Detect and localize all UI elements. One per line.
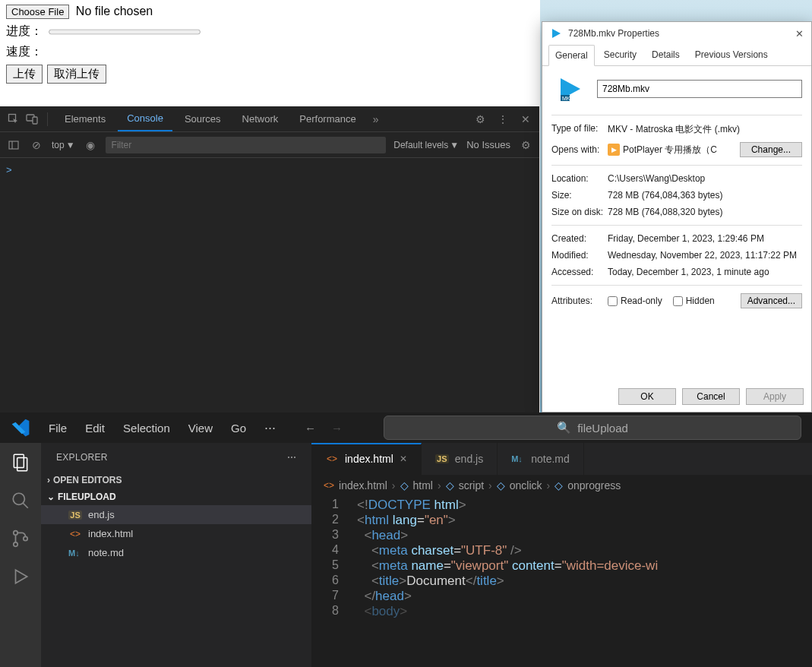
sidebar-toggle-icon[interactable] [6, 138, 21, 153]
menu-go[interactable]: Go [231, 422, 246, 435]
symbol-icon: ◇ [554, 479, 563, 492]
cancel-button[interactable]: Cancel [682, 388, 740, 405]
devtools-tab-network[interactable]: Network [233, 107, 288, 131]
cancel-upload-button[interactable]: 取消上传 [47, 65, 106, 84]
tree-item-index.html[interactable]: <>index.html [41, 524, 311, 543]
upload-button[interactable]: 上传 [6, 65, 43, 84]
svg-rect-2 [33, 117, 37, 124]
editor-tab-note.md[interactable]: M↓note.md [498, 443, 584, 475]
file-icon: M↓ [68, 548, 82, 558]
ok-button[interactable]: OK [618, 388, 676, 405]
menu-edit[interactable]: Edit [85, 422, 105, 435]
hidden-checkbox[interactable]: Hidden [673, 296, 715, 306]
devtools-tab-sources[interactable]: Sources [175, 107, 230, 131]
advanced-button[interactable]: Advanced... [741, 293, 802, 308]
code-line: 4 <meta charset="UTF-8" /> [311, 543, 812, 558]
folder-section[interactable]: ⌄FILEUPLOAD [41, 488, 311, 505]
console-output[interactable]: > [0, 158, 539, 182]
device-icon[interactable] [24, 112, 39, 127]
nav-forward-icon[interactable]: → [331, 422, 343, 435]
no-file-label: No file chosen [76, 5, 153, 17]
editor-tab-index.html[interactable]: <>index.html✕ [311, 443, 422, 475]
file-icon: JS [68, 511, 82, 520]
console-filter-input[interactable] [106, 137, 387, 153]
explorer-title: EXPLORER [56, 452, 108, 463]
open-editors-section[interactable]: ›OPEN EDITORS [41, 472, 311, 488]
menu-more-icon[interactable]: ⋯ [264, 421, 276, 435]
symbol-icon: ◇ [497, 479, 505, 492]
devtools-tab-console[interactable]: Console [118, 106, 172, 131]
mkv-icon [550, 27, 562, 40]
explorer-more-icon[interactable]: ⋯ [287, 452, 296, 463]
clear-console-icon[interactable]: ⊘ [29, 138, 44, 153]
menu-selection[interactable]: Selection [123, 422, 170, 435]
properties-dialog: 728Mb.mkv Properties ✕ General Security … [542, 21, 812, 413]
code-line: 7 </head> [311, 589, 812, 604]
accessed-value: Today, December 1, 2023, 1 minute ago [608, 267, 769, 277]
code-editor[interactable]: 1<!DOCTYPE html>2<html lang="en">3 <head… [311, 496, 812, 667]
editor-tab-end.js[interactable]: JSend.js [422, 443, 498, 475]
accessed-label: Accessed: [551, 267, 608, 277]
filename-input[interactable] [597, 80, 802, 98]
command-center[interactable]: 🔍fileUpload [384, 416, 801, 440]
html-file-icon: <> [324, 480, 334, 491]
readonly-checkbox[interactable]: Read-only [608, 296, 662, 306]
menu-file[interactable]: File [49, 422, 67, 435]
change-button[interactable]: Change... [740, 142, 802, 157]
more-tabs-icon[interactable]: » [368, 112, 384, 127]
file-name: end.js [88, 509, 115, 520]
tree-item-note.md[interactable]: M↓note.md [41, 543, 311, 562]
tab-security[interactable]: Security [598, 45, 643, 65]
settings-icon[interactable]: ⚙ [472, 112, 488, 127]
created-value: Friday, December 1, 2023, 1:29:46 PM [608, 233, 764, 244]
explorer-sidebar: EXPLORER⋯ ›OPEN EDITORS ⌄FILEUPLOAD JSen… [41, 443, 311, 667]
vscode-window: File Edit Selection View Go ⋯ ← → 🔍fileU… [0, 413, 812, 667]
nav-back-icon[interactable]: ← [305, 422, 316, 435]
search-activity-icon[interactable] [10, 490, 31, 511]
apply-button[interactable]: Apply [746, 388, 804, 405]
source-control-icon[interactable] [10, 528, 31, 549]
choose-file-button[interactable]: Choose File [6, 5, 69, 19]
close-icon[interactable]: ✕ [518, 112, 533, 127]
size-on-disk-label: Size on disk: [551, 207, 608, 217]
levels-selector[interactable]: Default levels ▼ [393, 140, 459, 150]
svg-point-15 [24, 536, 27, 540]
close-icon[interactable]: ✕ [795, 28, 804, 40]
devtools-tab-performance[interactable]: Performance [290, 107, 365, 131]
explorer-icon[interactable] [10, 452, 31, 473]
type-label: Type of file: [551, 123, 608, 136]
code-line: 3 <head> [311, 528, 812, 543]
type-value: MKV - Matroska 电影文件 (.mkv) [608, 123, 740, 136]
devtools-tab-elements[interactable]: Elements [55, 107, 115, 131]
breadcrumb[interactable]: <>index.html› ◇html› ◇script› ◇onclick› … [311, 475, 812, 496]
file-icon: JS [435, 454, 449, 463]
menu-bar: File Edit Selection View Go ⋯ ← → 🔍fileU… [0, 413, 812, 443]
code-line: 5 <meta name="viewport" content="width=d… [311, 558, 812, 574]
context-selector[interactable]: top ▼ [52, 140, 75, 150]
svg-marker-5 [552, 29, 561, 38]
menu-view[interactable]: View [188, 422, 213, 435]
size-label: Size: [551, 190, 608, 201]
tab-previous-versions[interactable]: Previous Versions [689, 45, 774, 65]
console-settings-icon[interactable]: ⚙ [518, 138, 533, 153]
dialog-title: 728Mb.mkv Properties [568, 28, 659, 39]
run-debug-icon[interactable] [10, 566, 31, 587]
speed-label: 速度： [6, 44, 43, 60]
modified-label: Modified: [551, 250, 608, 261]
more-icon[interactable]: ⋮ [495, 112, 510, 127]
browser-page: Choose File No file chosen 进度： 速度： 上传 取消… [0, 0, 539, 106]
issues-label[interactable]: No Issues [466, 139, 510, 150]
eye-icon[interactable]: ◉ [83, 138, 98, 153]
upload-progress [49, 27, 201, 37]
tab-details[interactable]: Details [646, 45, 686, 65]
file-icon: <> [325, 454, 339, 464]
vscode-logo-icon [11, 418, 30, 438]
tab-general[interactable]: General [548, 45, 595, 66]
tree-item-end.js[interactable]: JSend.js [41, 505, 311, 524]
attributes-label: Attributes: [551, 296, 608, 306]
search-icon: 🔍 [557, 421, 571, 435]
location-value: C:\Users\Wang\Desktop [608, 173, 705, 184]
close-tab-icon[interactable]: ✕ [400, 454, 407, 464]
svg-rect-3 [9, 141, 18, 149]
inspect-icon[interactable] [6, 112, 21, 127]
